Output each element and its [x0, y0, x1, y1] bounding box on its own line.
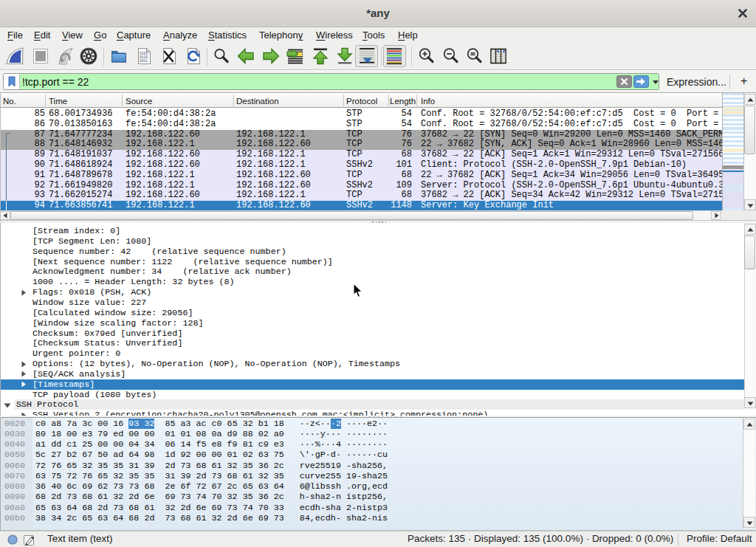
svg-text:0011: 0011 [140, 59, 148, 63]
